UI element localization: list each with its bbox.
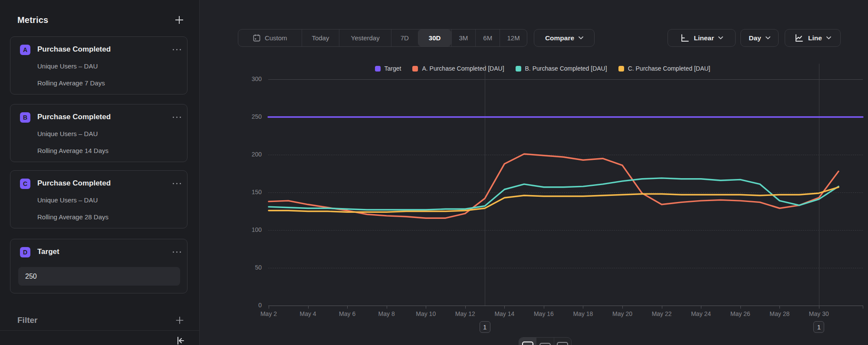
x-axis-label: May 12 <box>448 310 483 317</box>
chart-size-small-button[interactable] <box>554 338 571 345</box>
x-axis-tick <box>347 306 348 309</box>
legend-label: B. Purchase Completed [DAU] <box>525 65 607 72</box>
annotation-line <box>819 64 819 306</box>
range-3m[interactable]: 3M <box>451 29 476 46</box>
x-axis-label: May 18 <box>566 310 600 317</box>
annotation-badge[interactable]: 1 <box>480 321 490 333</box>
x-axis-label: May 8 <box>369 310 404 317</box>
metrics-sidebar: Metrics A Purchase Completed Unique User… <box>0 0 200 345</box>
range-yesterday[interactable]: Yesterday <box>339 29 391 46</box>
metric-card-a[interactable]: A Purchase Completed Unique Users – DAU … <box>10 36 187 94</box>
metrics-title: Metrics <box>17 15 48 25</box>
metric-rolling-average: Rolling Average 14 Days <box>37 147 108 154</box>
kebab-icon <box>173 117 174 118</box>
line-chart-icon <box>794 33 804 43</box>
x-axis-tick <box>662 306 662 309</box>
legend-item-target[interactable]: Target <box>375 65 401 72</box>
collapse-sidebar-button[interactable] <box>174 335 186 345</box>
metric-menu-button[interactable] <box>171 110 183 124</box>
range-label: 30D <box>429 34 441 42</box>
date-range-control: Custom Today Yesterday 7D 30D 3M 6M 12M <box>238 29 527 47</box>
y-axis-label: 0 <box>226 302 262 309</box>
chevron-down-icon <box>579 36 583 39</box>
scale-button[interactable]: Linear <box>667 29 736 47</box>
interval-label: Day <box>749 34 761 42</box>
metric-badge-d: D <box>20 247 30 257</box>
interval-button[interactable]: Day <box>740 29 779 47</box>
scale-label: Linear <box>694 34 714 42</box>
range-7d[interactable]: 7D <box>391 29 418 46</box>
metric-badge-b: B <box>20 112 30 123</box>
y-axis-label: 250 <box>226 113 262 120</box>
metric-measure: Unique Users – DAU <box>37 196 98 204</box>
add-metric-button[interactable] <box>173 14 185 26</box>
metric-card-b[interactable]: B Purchase Completed Unique Users – DAU … <box>10 104 187 162</box>
range-label: 3M <box>459 34 468 42</box>
target-card[interactable]: D Target <box>10 239 187 293</box>
kebab-icon <box>173 183 174 184</box>
filter-section: Filter <box>17 314 185 327</box>
gridline-y-0 <box>268 306 863 306</box>
legend-item-c[interactable]: C. Purchase Completed [DAU] <box>618 65 710 72</box>
x-axis-label: May 4 <box>291 310 326 317</box>
plus-icon <box>175 316 184 325</box>
range-custom[interactable]: Custom <box>238 29 302 46</box>
x-axis-tick <box>465 306 466 309</box>
x-axis-tick <box>622 306 623 309</box>
medium-panel-icon <box>539 343 551 345</box>
range-label: 6M <box>483 34 492 42</box>
range-label: Today <box>312 34 329 42</box>
metric-title: Purchase Completed <box>37 113 111 121</box>
x-axis-tick <box>740 306 741 309</box>
app-root: Metrics A Purchase Completed Unique User… <box>0 0 868 345</box>
range-12m[interactable]: 12M <box>500 29 527 46</box>
legend-label: Target <box>385 65 401 72</box>
metric-title: Purchase Completed <box>37 179 111 188</box>
range-label: 12M <box>507 34 519 42</box>
range-30d-selected[interactable]: 30D <box>418 29 451 46</box>
chart-type-label: Line <box>808 34 822 42</box>
target-menu-button[interactable] <box>171 244 183 259</box>
target-title: Target <box>37 247 59 256</box>
range-today[interactable]: Today <box>302 29 339 46</box>
compare-label: Compare <box>545 34 574 42</box>
compare-button[interactable]: Compare <box>534 29 595 47</box>
chart-type-button[interactable]: Line <box>785 29 841 47</box>
metric-rolling-average: Rolling Average 7 Days <box>37 79 105 87</box>
metric-menu-button[interactable] <box>171 176 183 191</box>
gridline-y-250 <box>268 117 863 117</box>
x-axis-tick <box>504 306 505 309</box>
metrics-header: Metrics <box>17 13 185 27</box>
add-filter-button[interactable] <box>174 315 185 326</box>
chart-size-large-button[interactable] <box>519 338 536 345</box>
chart-size-toggle <box>519 337 572 345</box>
y-axis-label: 200 <box>226 151 262 158</box>
x-axis-label: May 28 <box>762 310 797 317</box>
x-axis-label: May 14 <box>487 310 522 317</box>
x-axis-label: May 10 <box>408 310 443 317</box>
metric-menu-button[interactable] <box>171 42 183 57</box>
x-axis-tick <box>308 306 309 309</box>
y-axis-label: 300 <box>226 75 262 82</box>
metric-measure: Unique Users – DAU <box>37 62 98 70</box>
chart-size-medium-button[interactable] <box>536 338 553 345</box>
metric-card-c[interactable]: C Purchase Completed Unique Users – DAU … <box>10 170 187 228</box>
x-axis-label: May 24 <box>684 310 718 317</box>
range-label: 7D <box>401 34 409 42</box>
chevron-down-icon <box>718 36 723 39</box>
kebab-icon <box>173 251 174 253</box>
annotation-badge[interactable]: 1 <box>813 321 824 333</box>
x-axis-label: May 20 <box>605 310 640 317</box>
legend-label: C. Purchase Completed [DAU] <box>628 65 710 72</box>
calendar-icon <box>253 34 261 42</box>
plus-icon <box>174 15 184 25</box>
range-6m[interactable]: 6M <box>475 29 500 46</box>
x-axis-tick <box>863 306 863 309</box>
kebab-icon <box>173 49 174 50</box>
x-axis-tick <box>819 306 819 309</box>
metric-rolling-average: Rolling Average 28 Days <box>37 213 108 221</box>
collapse-left-icon <box>175 335 185 345</box>
target-value-input[interactable] <box>18 267 180 286</box>
legend-item-a[interactable]: A. Purchase Completed [DAU] <box>412 65 504 72</box>
legend-item-b[interactable]: B. Purchase Completed [DAU] <box>516 65 607 72</box>
